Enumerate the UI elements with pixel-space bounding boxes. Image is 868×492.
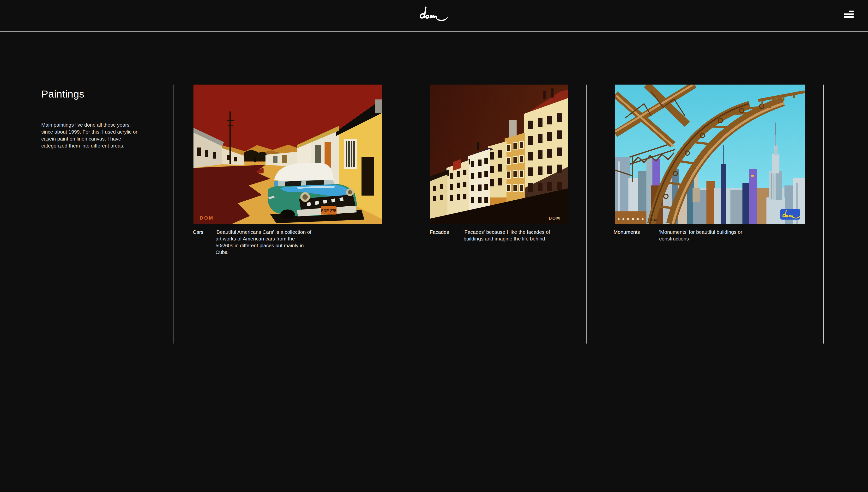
painting-cars[interactable]: SDE 275 DOM bbox=[193, 84, 382, 224]
description-line: art works of American cars from the bbox=[215, 236, 311, 242]
column-divider bbox=[586, 84, 587, 344]
description-line: constructions bbox=[659, 236, 742, 242]
license-plate-text: SDE 275 bbox=[321, 209, 336, 213]
menu-bar-bottom bbox=[844, 16, 853, 18]
caption-monuments: Monuments 'Monuments' for beautiful buil… bbox=[613, 229, 742, 242]
category-label-cars[interactable]: Cars bbox=[193, 229, 210, 255]
artist-signature-small: DOM bbox=[648, 218, 657, 222]
column-divider bbox=[174, 84, 174, 344]
site-header bbox=[0, 0, 868, 32]
sidebar-description: Main paintings I've done all these years… bbox=[41, 121, 137, 149]
caption-cars: Cars 'Beautiful Americans Cars' is a col… bbox=[193, 229, 311, 255]
artist-signature-box bbox=[780, 209, 800, 220]
hamburger-menu-icon[interactable] bbox=[844, 10, 853, 19]
caption-facades: Facades 'Facades' because I like the fac… bbox=[430, 229, 550, 242]
caption-divider bbox=[210, 228, 210, 258]
sidebar-description-line: Main paintings I've done all these years… bbox=[41, 121, 137, 128]
artist-signature: DOM bbox=[200, 215, 214, 221]
column-divider bbox=[823, 84, 824, 344]
description-line: Cuba bbox=[215, 249, 311, 255]
sidebar-description-line: since about 1999. For this, I used acryl… bbox=[41, 128, 137, 135]
page-title: Paintings bbox=[41, 88, 84, 100]
page: Paintings Main paintings I've done all t… bbox=[0, 0, 868, 492]
description-line: 50s/60s in different places but mainly i… bbox=[215, 242, 311, 249]
caption-divider bbox=[654, 228, 654, 245]
description-line: 'Facades' because I like the facades of bbox=[464, 229, 550, 236]
description-line: buildings and imagine the life behind bbox=[464, 236, 550, 242]
painting-monuments[interactable]: DOM bbox=[615, 84, 805, 224]
menu-bar-top bbox=[849, 10, 853, 12]
category-label-facades[interactable]: Facades bbox=[430, 229, 458, 242]
menu-bar-middle bbox=[844, 14, 853, 15]
artist-signature: DOM bbox=[549, 216, 560, 221]
column-divider bbox=[401, 84, 401, 344]
sidebar-description-line: categorized them into different areas: bbox=[41, 142, 137, 149]
category-description-monuments: 'Monuments' for beautiful buildings or c… bbox=[659, 229, 742, 242]
description-line: 'Monuments' for beautiful buildings or bbox=[659, 229, 742, 236]
description-line: 'Beautiful Americans Cars' is a collecti… bbox=[215, 229, 311, 236]
title-underline bbox=[41, 109, 174, 109]
category-label-monuments[interactable]: Monuments bbox=[613, 229, 654, 242]
logo-swoosh bbox=[437, 16, 448, 21]
category-description-cars: 'Beautiful Americans Cars' is a collecti… bbox=[215, 229, 311, 255]
painting-facades[interactable]: DOM bbox=[430, 84, 568, 224]
sidebar-description-line: casein paint on linen canvas. I have bbox=[41, 135, 137, 142]
site-logo[interactable] bbox=[417, 4, 451, 24]
category-description-facades: 'Facades' because I like the facades of … bbox=[464, 229, 550, 242]
